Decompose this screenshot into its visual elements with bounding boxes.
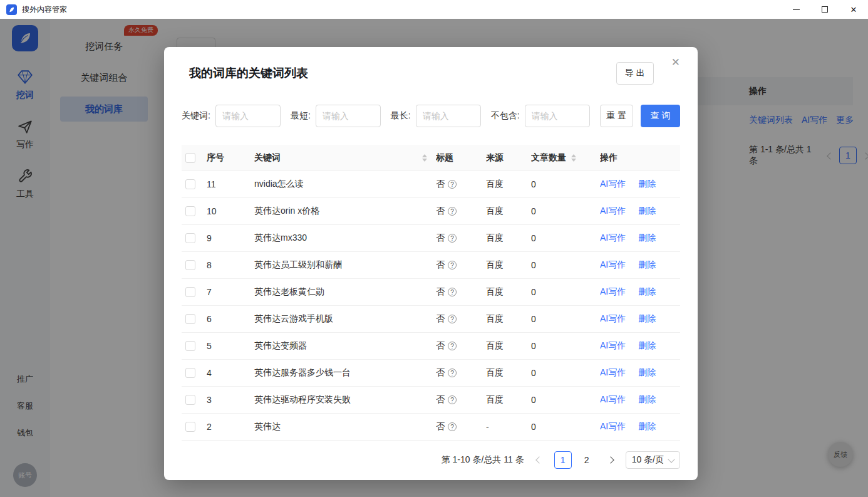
keyword-list-modal: 我的词库的关键词列表 导 出 ✕ 关键词: 最短: 最长: 不包含: 重 置 查… [164,47,698,480]
row-checkbox[interactable] [185,287,195,297]
row-checkbox[interactable] [185,206,195,216]
row-ai-write-link[interactable]: AI写作 [600,367,626,379]
row-delete-link[interactable]: 删除 [638,340,656,352]
row-title-value: 否 [436,313,445,325]
export-button[interactable]: 导 出 [616,62,654,85]
row-ai-write-link[interactable]: AI写作 [600,340,626,352]
question-circle-icon[interactable]: ? [448,369,457,377]
exclude-input[interactable] [525,105,590,127]
row-delete-link[interactable]: 删除 [638,206,656,217]
row-title: 否 ? [436,367,486,379]
question-circle-icon[interactable]: ? [448,395,457,404]
row-title-value: 否 [436,233,445,244]
row-delete-link[interactable]: 删除 [638,179,656,190]
select-all-checkbox[interactable] [185,153,195,163]
next-page-button[interactable] [602,451,619,469]
row-ops: AI写作 删除 [600,367,680,379]
row-ops: AI写作 删除 [600,340,680,352]
row-title-value: 否 [436,421,445,432]
row-index: 11 [207,179,254,189]
row-checkbox[interactable] [185,260,195,270]
keyword-table: 序号 关键词 标题 来源 文章数量 操作 11 nvidia怎么读 否 ? 百度 [182,145,680,441]
question-circle-icon[interactable]: ? [448,207,457,216]
close-modal-button[interactable]: ✕ [671,57,680,68]
page-size-select[interactable]: 10 条/页 [626,451,680,469]
sort-count-control[interactable] [571,154,576,162]
row-ai-write-link[interactable]: AI写作 [600,421,626,432]
reset-button[interactable]: 重 置 [600,105,634,127]
row-checkbox[interactable] [185,314,195,324]
modal-pagination: 第 1-10 条/总共 11 条 1 2 10 条/页 [182,442,680,469]
max-length-label: 最长: [391,110,411,122]
row-checkbox-cell [182,287,207,297]
row-checkbox[interactable] [185,341,195,351]
row-delete-link[interactable]: 删除 [638,286,656,298]
row-checkbox[interactable] [185,179,195,189]
row-checkbox[interactable] [185,395,195,405]
row-checkbox[interactable] [185,368,195,378]
row-ai-write-link[interactable]: AI写作 [600,259,626,271]
max-length-input[interactable] [416,105,481,127]
row-delete-link[interactable]: 删除 [638,394,656,405]
question-circle-icon[interactable]: ? [448,422,457,431]
sort-keyword-control[interactable] [422,154,427,162]
row-title: 否 ? [436,179,486,190]
row-delete-link[interactable]: 删除 [638,421,656,432]
keyword-filter-input[interactable] [215,105,281,127]
row-count: 0 [531,368,600,378]
maximize-button[interactable] [810,0,839,19]
caret-down-icon [571,159,576,162]
row-count: 0 [531,341,600,351]
question-circle-icon[interactable]: ? [448,261,457,269]
table-row: 4 英伟达服务器多少钱一台 否 ? 百度 0 AI写作 删除 [182,360,680,387]
row-keyword: 英伟达 [254,421,436,432]
row-title: 否 ? [436,313,486,325]
row-ai-write-link[interactable]: AI写作 [600,394,626,405]
row-title: 否 ? [436,421,486,432]
header-ops: 操作 [600,152,680,164]
question-circle-icon[interactable]: ? [448,180,457,189]
maximize-icon [822,6,828,13]
row-checkbox-cell [182,341,207,351]
page-size-value: 10 条/页 [632,454,664,466]
row-delete-link[interactable]: 删除 [638,233,656,244]
min-length-input[interactable] [316,105,381,127]
prev-page-button[interactable] [530,451,548,469]
row-title: 否 ? [436,233,486,244]
page-1-button[interactable]: 1 [554,451,572,469]
question-circle-icon[interactable]: ? [448,234,457,243]
question-circle-icon[interactable]: ? [448,342,457,350]
row-ops: AI写作 删除 [600,313,680,325]
table-header-row: 序号 关键词 标题 来源 文章数量 操作 [182,145,680,171]
row-count: 0 [531,422,600,432]
row-ai-write-link[interactable]: AI写作 [600,206,626,217]
row-checkbox-cell [182,395,207,405]
row-source: - [486,422,531,432]
question-circle-icon[interactable]: ? [448,288,457,296]
row-keyword: 英伟达orin x价格 [254,206,436,217]
row-source: 百度 [486,394,531,405]
page-2-button[interactable]: 2 [578,451,596,469]
row-delete-link[interactable]: 删除 [638,367,656,379]
row-keyword: nvidia怎么读 [254,179,436,190]
row-title-value: 否 [436,259,445,271]
row-keyword: 英伟达老板黄仁勋 [254,286,436,298]
row-count: 0 [531,179,600,189]
row-delete-link[interactable]: 删除 [638,313,656,325]
row-delete-link[interactable]: 删除 [638,259,656,271]
query-button[interactable]: 查 询 [641,105,680,127]
row-title-value: 否 [436,340,445,352]
row-ai-write-link[interactable]: AI写作 [600,233,626,244]
row-checkbox-cell [182,206,207,216]
row-checkbox[interactable] [185,422,195,432]
row-ai-write-link[interactable]: AI写作 [600,313,626,325]
row-ai-write-link[interactable]: AI写作 [600,179,626,190]
row-checkbox-cell [182,368,207,378]
row-checkbox[interactable] [185,233,195,243]
row-checkbox-cell [182,260,207,270]
question-circle-icon[interactable]: ? [448,315,457,323]
minimize-button[interactable] [782,0,810,19]
row-ai-write-link[interactable]: AI写作 [600,286,626,298]
min-length-label: 最短: [291,110,311,122]
close-window-button[interactable]: ✕ [839,0,868,19]
